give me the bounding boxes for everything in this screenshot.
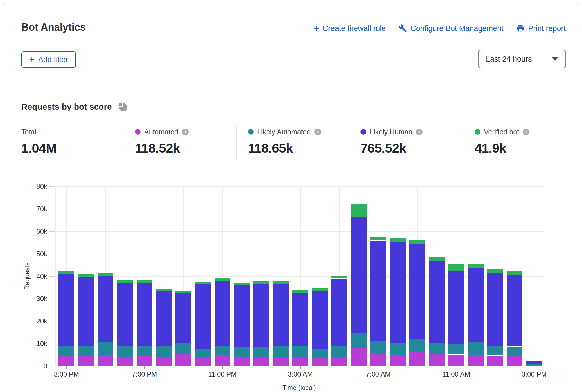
bar-segment-verified-bot[interactable] — [98, 273, 113, 276]
bar-segment-likely-human[interactable] — [117, 283, 133, 346]
bar-segment-verified-bot[interactable] — [429, 257, 445, 261]
bar-segment-verified-bot[interactable] — [526, 361, 542, 361]
bar-segment-likely-automated[interactable] — [312, 349, 328, 357]
bar-segment-likely-automated[interactable] — [175, 343, 191, 354]
bar-segment-automated[interactable] — [78, 356, 94, 366]
bar-segment-automated[interactable] — [117, 357, 133, 366]
bar-segment-likely-human[interactable] — [487, 273, 503, 346]
bar-segment-automated[interactable] — [58, 356, 74, 366]
bar-segment-likely-human[interactable] — [215, 281, 230, 346]
bar-segment-verified-bot[interactable] — [448, 264, 464, 271]
bar-segment-verified-bot[interactable] — [175, 291, 191, 293]
bar-segment-likely-human[interactable] — [156, 291, 172, 346]
bar-segment-automated[interactable] — [273, 357, 289, 366]
bar-segment-likely-automated[interactable] — [487, 346, 503, 355]
bar-segment-likely-automated[interactable] — [117, 346, 133, 357]
bar-segment-automated[interactable] — [253, 357, 269, 366]
bar-segment-verified-bot[interactable] — [370, 237, 386, 241]
bar-segment-automated[interactable] — [234, 357, 250, 366]
bar-segment-likely-automated[interactable] — [58, 346, 74, 356]
bar-segment-likely-automated[interactable] — [137, 346, 152, 356]
bar-segment-verified-bot[interactable] — [468, 264, 484, 268]
bar-segment-likely-human[interactable] — [98, 276, 113, 342]
bar-segment-likely-automated[interactable] — [331, 346, 347, 357]
print-report-link[interactable]: Print report — [516, 24, 566, 33]
bar-segment-likely-human[interactable] — [507, 275, 522, 346]
bar-segment-likely-automated[interactable] — [78, 346, 94, 356]
bar-segment-verified-bot[interactable] — [137, 280, 152, 283]
bar-segment-likely-human[interactable] — [351, 217, 367, 333]
bar-segment-automated[interactable] — [215, 355, 230, 366]
bar-segment-likely-automated[interactable] — [234, 347, 250, 357]
info-icon[interactable]: i — [523, 129, 529, 135]
create-firewall-rule-link[interactable]: + Create firewall rule — [313, 24, 386, 33]
bar-segment-verified-bot[interactable] — [390, 238, 406, 242]
bar-segment-verified-bot[interactable] — [331, 276, 347, 278]
bar-segment-automated[interactable] — [507, 356, 522, 366]
bar-segment-verified-bot[interactable] — [195, 282, 211, 284]
bar-segment-verified-bot[interactable] — [78, 274, 94, 277]
bar-segment-automated[interactable] — [175, 354, 191, 366]
bar-segment-likely-automated[interactable] — [351, 333, 367, 348]
bar-segment-likely-human[interactable] — [429, 261, 445, 343]
bar-segment-verified-bot[interactable] — [215, 278, 230, 281]
bar-segment-verified-bot[interactable] — [253, 281, 269, 284]
configure-bot-management-link[interactable]: Configure Bot Management — [399, 24, 503, 33]
bar-segment-likely-human[interactable] — [273, 284, 289, 346]
bar-segment-likely-human[interactable] — [78, 277, 94, 346]
bar-segment-likely-human[interactable] — [526, 361, 542, 365]
bar-segment-verified-bot[interactable] — [234, 283, 250, 285]
bar-segment-likely-automated[interactable] — [253, 347, 269, 357]
info-icon[interactable]: i — [182, 129, 189, 135]
bar-segment-automated[interactable] — [292, 357, 308, 366]
bar-segment-automated[interactable] — [137, 356, 152, 366]
bar-segment-automated[interactable] — [409, 352, 425, 366]
bar-segment-verified-bot[interactable] — [507, 271, 522, 275]
bar-segment-likely-automated[interactable] — [98, 342, 113, 355]
bar-segment-likely-human[interactable] — [409, 244, 425, 339]
bar-segment-likely-human[interactable] — [253, 284, 269, 347]
bar-segment-likely-human[interactable] — [370, 241, 386, 341]
bar-segment-likely-automated[interactable] — [215, 346, 230, 355]
bar-segment-likely-human[interactable] — [58, 274, 74, 346]
bar-segment-verified-bot[interactable] — [487, 269, 503, 273]
bar-segment-likely-human[interactable] — [448, 271, 464, 344]
time-range-select[interactable]: Last 24 hours — [478, 50, 566, 68]
bar-segment-likely-automated[interactable] — [448, 344, 464, 354]
bar-segment-automated[interactable] — [98, 355, 113, 366]
bar-segment-verified-bot[interactable] — [58, 271, 74, 274]
bar-segment-likely-automated[interactable] — [468, 342, 484, 355]
bar-segment-automated[interactable] — [195, 358, 211, 366]
info-icon[interactable]: i — [416, 129, 423, 135]
bar-segment-verified-bot[interactable] — [351, 204, 367, 217]
bar-segment-verified-bot[interactable] — [273, 281, 289, 284]
bar-segment-likely-automated[interactable] — [273, 346, 289, 357]
bar-segment-automated[interactable] — [370, 354, 386, 366]
bar-segment-likely-automated[interactable] — [526, 364, 542, 365]
bar-segment-automated[interactable] — [390, 355, 406, 366]
bar-segment-likely-human[interactable] — [312, 291, 328, 349]
bar-segment-likely-human[interactable] — [292, 293, 308, 346]
add-filter-button[interactable]: + Add filter — [21, 51, 76, 68]
bar-segment-automated[interactable] — [468, 355, 484, 366]
bar-segment-automated[interactable] — [429, 354, 445, 366]
bar-segment-verified-bot[interactable] — [156, 289, 172, 291]
bar-segment-likely-automated[interactable] — [390, 343, 406, 355]
bar-segment-likely-human[interactable] — [137, 283, 152, 346]
bar-segment-likely-human[interactable] — [468, 268, 484, 342]
bar-segment-automated[interactable] — [156, 357, 172, 366]
info-icon[interactable]: i — [314, 129, 321, 135]
bar-segment-likely-automated[interactable] — [429, 343, 445, 354]
bar-segment-likely-automated[interactable] — [292, 346, 308, 357]
bar-segment-likely-human[interactable] — [331, 279, 347, 346]
bar-segment-likely-automated[interactable] — [409, 339, 425, 352]
bar-segment-likely-automated[interactable] — [156, 346, 172, 357]
bar-segment-verified-bot[interactable] — [117, 280, 133, 283]
bar-segment-automated[interactable] — [312, 358, 328, 366]
bar-segment-likely-automated[interactable] — [195, 349, 211, 359]
bar-segment-likely-automated[interactable] — [370, 341, 386, 354]
bar-segment-automated[interactable] — [487, 356, 503, 366]
bar-segment-automated[interactable] — [448, 355, 464, 366]
bar-segment-likely-human[interactable] — [390, 242, 406, 343]
bar-segment-likely-human[interactable] — [195, 284, 211, 349]
